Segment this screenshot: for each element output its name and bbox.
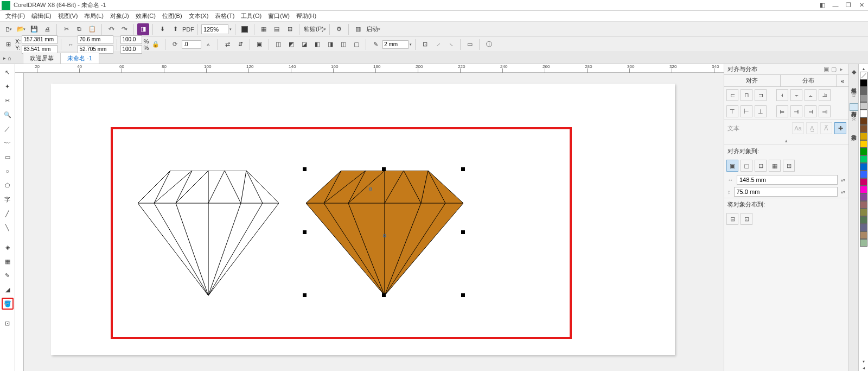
menu-help[interactable]: 帮助(H) — [293, 12, 320, 20]
distribute-center-h-button[interactable]: ⫟ — [790, 89, 802, 101]
align-y-value[interactable] — [734, 187, 838, 197]
wrap-text-button[interactable]: ⊡ — [419, 39, 431, 51]
right-tab-object-props[interactable]: 对象属性 — [850, 80, 858, 87]
color-swatch[interactable] — [860, 140, 867, 148]
selection-handle-n[interactable] — [382, 167, 386, 171]
menu-layout[interactable]: 布局(L) — [81, 12, 106, 20]
smart-fill-tool[interactable]: 🪣 — [2, 298, 14, 310]
spin-up-icon[interactable]: ▴▾ — [841, 178, 845, 183]
to-front-button[interactable]: ▣ — [253, 39, 265, 51]
selection-handle-ne[interactable] — [461, 167, 465, 171]
color-swatch[interactable] — [860, 239, 867, 247]
color-swatch[interactable] — [860, 79, 867, 87]
simplify-button[interactable]: ◧ — [311, 39, 323, 51]
close-button[interactable]: ✕ — [855, 1, 868, 10]
undo-button[interactable]: ↶▾ — [105, 23, 117, 35]
menu-window[interactable]: 窗口(W) — [265, 12, 293, 20]
copy-button[interactable]: ⧉ — [73, 23, 85, 35]
front-minus-back-button[interactable]: ◨ — [324, 39, 336, 51]
quick-access-icon[interactable]: ◧ — [816, 1, 829, 10]
align-top-button[interactable]: ⊤ — [726, 105, 738, 117]
right-tab-insert-char[interactable]: 插入字符 — [850, 127, 858, 134]
selection-handle-e[interactable] — [461, 230, 465, 234]
color-swatch[interactable] — [860, 209, 867, 216]
text-first-line-button[interactable]: A̲ — [806, 122, 818, 134]
no-color-swatch[interactable] — [860, 72, 867, 79]
new-button[interactable]: 🗋▾ — [2, 23, 14, 35]
intersect-button[interactable]: ◪ — [298, 39, 310, 51]
artistic-media-tool[interactable]: 〰 — [2, 137, 14, 149]
full-screen-button[interactable] — [239, 23, 251, 35]
docker-expand-icon[interactable]: « — [837, 75, 848, 86]
hints-button[interactable]: ⓘ — [483, 39, 495, 51]
color-eyedropper-tool[interactable]: ✎ — [2, 269, 14, 281]
show-guidelines-button[interactable]: ⊞ — [284, 23, 296, 35]
menu-file[interactable]: 文件(F) — [2, 12, 28, 20]
quick-trace-button[interactable]: ▭ — [464, 39, 476, 51]
palette-scroll-down[interactable]: ▾ — [863, 358, 865, 364]
zoom-tool[interactable]: 🔍 — [2, 109, 14, 121]
align-page-center-button[interactable]: ⊡ — [755, 160, 767, 172]
distribute-top-button[interactable]: ⫢ — [776, 105, 788, 117]
edit-bitmap-button[interactable]: ⟍ — [445, 39, 457, 51]
app-launcher-icon[interactable]: ▥ — [352, 23, 364, 35]
menu-text[interactable]: 文本(X) — [186, 12, 212, 20]
color-swatch[interactable] — [860, 186, 867, 193]
tab-current-doc[interactable]: 未命名 -1 — [60, 53, 99, 64]
object-width[interactable] — [78, 35, 113, 44]
menu-bitmap[interactable]: 位图(B) — [159, 12, 186, 20]
rotation-angle[interactable] — [182, 40, 201, 49]
palette-flyout[interactable]: ◂ — [863, 364, 865, 371]
distribute-page-button[interactable]: ⊡ — [741, 213, 752, 225]
paste-button[interactable]: 📋 — [86, 23, 98, 35]
maximize-button[interactable]: ❐ — [842, 1, 855, 10]
canvas[interactable] — [24, 73, 724, 371]
home-icon[interactable]: ⌂ — [8, 55, 11, 61]
export-button[interactable]: ⬆ — [169, 23, 181, 35]
distribute-right-button[interactable]: ⫡ — [819, 89, 831, 101]
color-swatch[interactable] — [860, 193, 867, 201]
color-swatch[interactable] — [860, 87, 867, 95]
distribute-spacing-v-button[interactable]: ⫤ — [805, 105, 816, 117]
selection-handle-nw[interactable] — [303, 167, 307, 171]
selection-handle-se[interactable] — [461, 293, 465, 297]
selection-handle-w[interactable] — [303, 230, 307, 234]
selection-handle-sw[interactable] — [303, 293, 307, 297]
save-button[interactable]: 💾 — [28, 23, 40, 35]
zoom-level[interactable] — [201, 24, 228, 34]
search-content-button[interactable]: ◨ — [137, 23, 149, 35]
text-baseline-button[interactable]: Aa — [792, 122, 804, 134]
align-center-h-button[interactable]: ⊓ — [741, 89, 752, 101]
align-specified-point-button[interactable]: ⊞ — [783, 160, 795, 172]
color-swatch[interactable] — [860, 163, 867, 171]
ellipse-tool[interactable]: ○ — [2, 165, 14, 177]
color-swatch[interactable] — [860, 125, 867, 133]
right-tab-align-distribute[interactable]: 对齐与分布 — [850, 103, 858, 111]
trim-button[interactable]: ◩ — [285, 39, 297, 51]
options-button[interactable]: ⚙ — [333, 23, 345, 35]
drop-shadow-tool[interactable]: ◈ — [2, 241, 14, 253]
snap-dropdown[interactable]: 粘贴(P)▾ — [303, 25, 326, 33]
rotation-spin[interactable]: ▵ — [202, 39, 214, 51]
docker-tab-distribute[interactable]: 分布 — [781, 75, 837, 86]
menu-tools[interactable]: 工具(O) — [238, 12, 265, 20]
interactive-fill-tool[interactable]: ◢ — [2, 284, 14, 295]
docker-tab-align[interactable]: 对齐 — [724, 75, 781, 86]
color-swatch[interactable] — [860, 178, 867, 186]
palette-scroll-up[interactable]: ▴ — [863, 65, 865, 72]
diamond-filled-shape[interactable] — [306, 171, 463, 295]
distribute-center-v-button[interactable]: ⫣ — [790, 105, 802, 117]
back-minus-front-button[interactable]: ◫ — [337, 39, 349, 51]
color-swatch[interactable] — [860, 231, 867, 239]
color-swatch[interactable] — [860, 216, 867, 224]
distribute-spacing-h-button[interactable]: ⫠ — [805, 89, 816, 101]
color-swatch[interactable] — [860, 148, 867, 155]
text-tool[interactable]: 字 — [2, 193, 14, 205]
boundary-button[interactable]: ▢ — [350, 39, 362, 51]
menu-view[interactable]: 视图(V) — [55, 12, 81, 20]
scale-x[interactable] — [120, 35, 142, 44]
transparency-tool[interactable]: ▦ — [2, 255, 14, 267]
docker-close-icon[interactable]: ▸ — [838, 66, 845, 73]
collapse-arrow-icon[interactable]: ▴ — [724, 137, 848, 144]
align-page-edge-button[interactable]: ▢ — [741, 160, 752, 172]
